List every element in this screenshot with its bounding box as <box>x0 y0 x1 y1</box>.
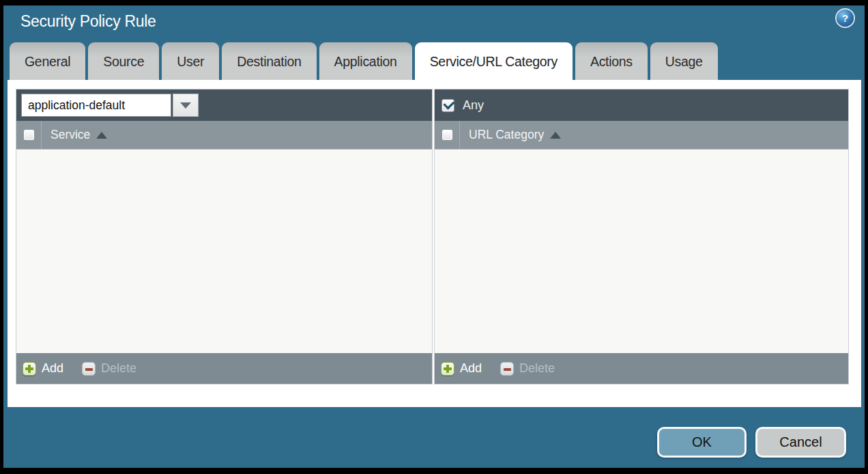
help-icon[interactable]: ? <box>837 10 854 27</box>
url-category-footer: Add Delete <box>435 353 848 384</box>
url-category-delete-button[interactable]: Delete <box>500 361 555 376</box>
add-button-label: Add <box>460 361 482 376</box>
any-label: Any <box>463 98 484 113</box>
screenshot-frame: Security Policy Rule ? General Source Us… <box>0 0 868 474</box>
url-category-topbar: Any <box>435 89 848 121</box>
url-category-select-all-checkbox[interactable] <box>442 129 453 141</box>
service-column-label: Service <box>50 128 90 142</box>
tab-service-url-category[interactable]: Service/URL Category <box>415 42 573 80</box>
url-category-select-all-cell <box>435 121 460 149</box>
service-topbar <box>16 89 432 121</box>
service-column-header[interactable]: Service <box>50 128 107 142</box>
ok-button[interactable]: OK <box>657 427 747 458</box>
add-button-label: Add <box>42 361 63 376</box>
tab-usage[interactable]: Usage <box>650 42 718 80</box>
sort-ascending-icon <box>550 132 561 139</box>
any-checkbox[interactable] <box>442 99 454 112</box>
url-category-panel: Any URL Category Add <box>435 89 848 384</box>
url-category-table-header: URL Category <box>435 121 848 150</box>
tab-application[interactable]: Application <box>319 42 412 80</box>
tab-source[interactable]: Source <box>88 42 159 80</box>
service-select-all-cell <box>16 121 42 149</box>
service-select-all-checkbox[interactable] <box>23 129 35 141</box>
plus-icon <box>441 362 454 376</box>
service-type-input[interactable] <box>21 94 171 117</box>
tab-actions[interactable]: Actions <box>575 42 648 80</box>
service-table-header: Service <box>16 121 432 150</box>
plus-icon <box>23 362 36 376</box>
chevron-down-icon <box>180 102 191 109</box>
delete-button-label: Delete <box>101 361 136 376</box>
dialog-title: Security Policy Rule <box>20 12 156 31</box>
service-table-body <box>16 150 432 353</box>
security-policy-rule-dialog: Security Policy Rule ? General Source Us… <box>3 5 865 468</box>
service-type-dropdown-button[interactable] <box>173 94 199 117</box>
url-category-column-header[interactable]: URL Category <box>469 128 561 142</box>
minus-icon <box>500 362 514 376</box>
url-category-table-body <box>435 150 848 353</box>
url-category-column-label: URL Category <box>469 128 544 142</box>
service-panel: Service Add Delete <box>16 89 432 384</box>
delete-button-label: Delete <box>519 361 555 376</box>
cancel-button[interactable]: Cancel <box>755 427 846 458</box>
service-delete-button[interactable]: Delete <box>82 361 136 376</box>
tab-bar: General Source User Destination Applicat… <box>10 42 718 80</box>
title-bar: Security Policy Rule ? <box>3 5 865 42</box>
service-footer: Add Delete <box>16 353 432 384</box>
minus-icon <box>82 362 96 376</box>
url-category-add-button[interactable]: Add <box>441 361 482 376</box>
service-add-button[interactable]: Add <box>23 361 63 376</box>
tab-content: Service Add Delete <box>8 80 861 407</box>
dialog-button-row: OK Cancel <box>657 427 846 458</box>
tab-general[interactable]: General <box>10 42 85 80</box>
tab-destination[interactable]: Destination <box>222 42 316 80</box>
tab-user[interactable]: User <box>162 42 219 80</box>
sort-ascending-icon <box>96 132 107 139</box>
service-type-dropdown <box>21 94 199 117</box>
